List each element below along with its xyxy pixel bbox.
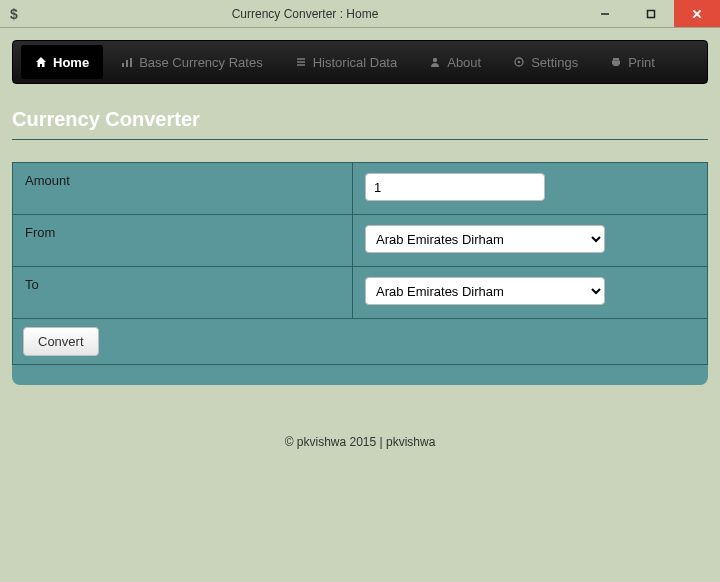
app-body: Home Base Currency Rates Historical Data…: [0, 28, 720, 461]
row-convert: Convert: [13, 319, 708, 365]
page-title: Currency Converter: [12, 108, 708, 131]
list-icon: [295, 56, 307, 68]
heading-divider: [12, 139, 708, 140]
nav-label: Base Currency Rates: [139, 55, 263, 70]
nav-label: Print: [628, 55, 655, 70]
nav-label: About: [447, 55, 481, 70]
nav-settings[interactable]: Settings: [499, 45, 592, 79]
from-label: From: [13, 215, 353, 267]
nav-historical-data[interactable]: Historical Data: [281, 45, 412, 79]
nav-about[interactable]: About: [415, 45, 495, 79]
svg-point-12: [518, 61, 521, 64]
footer-text: © pkvishwa 2015 | pkvishwa: [12, 435, 708, 449]
nav-base-currency-rates[interactable]: Base Currency Rates: [107, 45, 277, 79]
svg-rect-4: [122, 63, 124, 67]
convert-button[interactable]: Convert: [23, 327, 99, 356]
gear-icon: [513, 56, 525, 68]
nav-label: Settings: [531, 55, 578, 70]
nav-home[interactable]: Home: [21, 45, 103, 79]
close-button[interactable]: [674, 0, 720, 27]
svg-rect-5: [126, 60, 128, 67]
window-title: Currency Converter : Home: [28, 0, 582, 27]
row-amount: Amount: [13, 163, 708, 215]
converter-form: Amount From Arab Emirates Dirham To Arab…: [12, 162, 708, 365]
svg-rect-6: [130, 58, 132, 67]
bars-icon: [121, 56, 133, 68]
main-navbar: Home Base Currency Rates Historical Data…: [12, 40, 708, 84]
window-controls: [582, 0, 720, 27]
svg-rect-15: [614, 63, 619, 66]
svg-rect-13: [613, 58, 619, 61]
svg-rect-1: [648, 10, 655, 17]
minimize-button[interactable]: [582, 0, 628, 27]
nav-label: Historical Data: [313, 55, 398, 70]
amount-label: Amount: [13, 163, 353, 215]
app-icon: $: [0, 0, 28, 27]
window-titlebar: $ Currency Converter : Home: [0, 0, 720, 28]
print-icon: [610, 56, 622, 68]
maximize-button[interactable]: [628, 0, 674, 27]
row-from: From Arab Emirates Dirham: [13, 215, 708, 267]
to-label: To: [13, 267, 353, 319]
svg-point-10: [433, 58, 437, 62]
amount-input[interactable]: [365, 173, 545, 201]
from-select[interactable]: Arab Emirates Dirham: [365, 225, 605, 253]
user-icon: [429, 56, 441, 68]
to-select[interactable]: Arab Emirates Dirham: [365, 277, 605, 305]
home-icon: [35, 56, 47, 68]
nav-print[interactable]: Print: [596, 45, 669, 79]
nav-label: Home: [53, 55, 89, 70]
row-to: To Arab Emirates Dirham: [13, 267, 708, 319]
converter-panel: Amount From Arab Emirates Dirham To Arab…: [12, 162, 708, 385]
